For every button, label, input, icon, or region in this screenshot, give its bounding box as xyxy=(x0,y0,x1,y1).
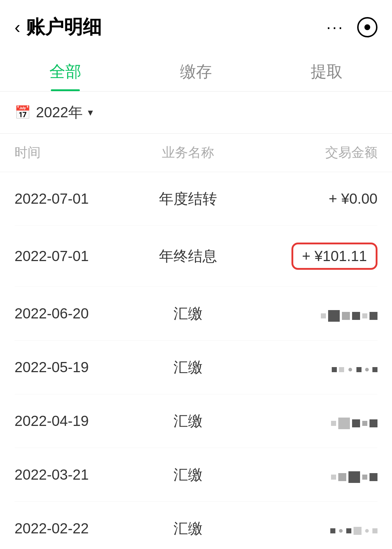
pixel xyxy=(330,528,335,533)
tx-amount-blurred xyxy=(242,467,377,483)
pixel xyxy=(369,312,377,320)
header: ‹ 账户明细 ··· xyxy=(0,0,392,47)
pixel xyxy=(348,368,352,371)
tab-all[interactable]: 全部 xyxy=(0,51,131,91)
blurred-amount xyxy=(331,418,377,429)
table-row[interactable]: 2022-07-01 年终结息 + ¥101.11 xyxy=(15,226,377,287)
tab-deposit[interactable]: 缴存 xyxy=(131,51,261,91)
tx-name: 汇缴 xyxy=(134,465,242,485)
blurred-amount xyxy=(330,527,377,535)
tx-name: 汇缴 xyxy=(134,518,242,538)
highlighted-amount: + ¥101.11 xyxy=(291,243,377,270)
pixel xyxy=(352,312,360,320)
col-header-time: 时间 xyxy=(15,144,134,162)
tx-amount-blurred xyxy=(242,305,377,322)
blurred-amount xyxy=(321,310,377,322)
scan-icon[interactable] xyxy=(357,17,377,37)
pixel xyxy=(362,421,367,426)
year-text: 2022年 xyxy=(36,102,83,122)
pixel xyxy=(346,528,351,533)
page-title: 账户明细 xyxy=(26,15,102,40)
header-right: ··· xyxy=(326,17,377,37)
pixel xyxy=(339,367,344,372)
tx-date: 2022-03-21 xyxy=(15,467,134,483)
pixel xyxy=(362,313,367,318)
blurred-amount xyxy=(332,367,377,372)
blurred-amount xyxy=(331,471,377,483)
tx-name: 年终结息 xyxy=(134,246,242,266)
col-header-amount: 交易金额 xyxy=(242,144,377,162)
pixel xyxy=(369,419,377,427)
tabs-bar: 全部 缴存 提取 xyxy=(0,51,392,92)
table-header: 时间 业务名称 交易金额 xyxy=(0,134,392,172)
col-header-name: 业务名称 xyxy=(134,144,242,162)
tx-date: 2022-06-20 xyxy=(15,305,134,322)
pixel xyxy=(365,368,369,371)
tx-amount-blurred xyxy=(242,413,377,429)
pixel xyxy=(339,529,343,533)
pixel xyxy=(369,473,377,481)
tx-amount-blurred xyxy=(242,520,377,537)
table-row[interactable]: 2022-07-01 年度结转 + ¥0.00 xyxy=(15,172,377,226)
tx-name: 汇缴 xyxy=(134,357,242,377)
pixel xyxy=(352,419,360,427)
table-row[interactable]: 2022-06-20 汇缴 xyxy=(15,287,377,341)
pixel xyxy=(372,528,377,533)
more-icon[interactable]: ··· xyxy=(326,18,344,36)
pixel xyxy=(328,310,340,322)
tx-date: 2022-04-19 xyxy=(15,413,134,429)
tx-date: 2022-05-19 xyxy=(15,359,134,375)
pixel xyxy=(321,313,326,318)
tx-amount-highlighted: + ¥101.11 xyxy=(242,243,377,270)
scan-dot xyxy=(364,24,370,30)
header-left: ‹ 账户明细 xyxy=(15,15,102,40)
pixel xyxy=(354,527,362,535)
pixel xyxy=(338,418,350,429)
tab-withdraw[interactable]: 提取 xyxy=(261,51,392,91)
table-row[interactable]: 2022-02-22 汇缴 xyxy=(15,502,377,549)
pixel xyxy=(338,473,346,481)
pixel xyxy=(342,312,350,320)
year-selector[interactable]: 📅 2022年 ▾ xyxy=(0,92,392,134)
pixel xyxy=(331,475,336,480)
pixel xyxy=(332,367,337,372)
pixel xyxy=(356,367,362,372)
pixel xyxy=(372,367,377,372)
pixel xyxy=(365,529,369,533)
pixel xyxy=(362,475,367,480)
back-icon[interactable]: ‹ xyxy=(15,19,20,36)
tx-amount: + ¥0.00 xyxy=(242,191,377,207)
tx-name: 汇缴 xyxy=(134,411,242,431)
tx-name: 汇缴 xyxy=(134,304,242,324)
tx-amount-blurred xyxy=(242,359,377,375)
tx-date: 2022-07-01 xyxy=(15,248,134,264)
tx-name: 年度结转 xyxy=(134,189,242,209)
pixel xyxy=(348,471,360,483)
table-row[interactable]: 2022-04-19 汇缴 xyxy=(15,394,377,448)
transaction-list: 2022-07-01 年度结转 + ¥0.00 2022-07-01 年终结息 … xyxy=(0,172,392,549)
table-row[interactable]: 2022-03-21 汇缴 xyxy=(15,448,377,502)
pixel xyxy=(331,421,336,426)
tx-date: 2022-07-01 xyxy=(15,191,134,207)
calendar-icon: 📅 xyxy=(15,105,31,120)
table-row[interactable]: 2022-05-19 汇缴 xyxy=(15,341,377,394)
tx-date: 2022-02-22 xyxy=(15,520,134,537)
dropdown-arrow-icon: ▾ xyxy=(88,106,93,118)
